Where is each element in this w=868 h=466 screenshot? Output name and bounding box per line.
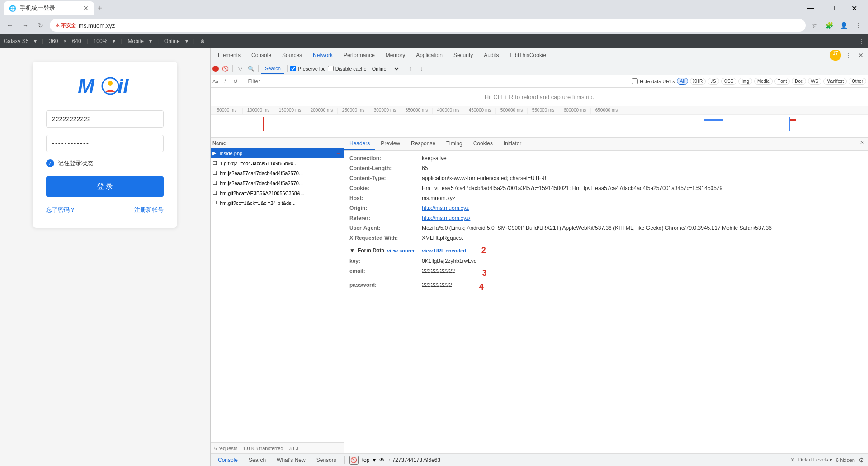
filter-input[interactable]	[246, 78, 630, 85]
tab-security[interactable]: Security	[448, 48, 478, 62]
filter-all-button[interactable]: All	[677, 78, 688, 85]
tab-elements[interactable]: Elements	[212, 48, 246, 62]
tab-performance[interactable]: Performance	[338, 48, 380, 62]
tab-memory[interactable]: Memory	[380, 48, 410, 62]
view-source-link[interactable]: view source	[387, 248, 415, 253]
console-bar: Console Search What's New Sensors 🚫 top …	[211, 453, 868, 466]
network-selector[interactable]: Online	[164, 38, 180, 44]
username-input[interactable]	[46, 110, 164, 128]
origin-link[interactable]: http://ms.muom.xyz	[422, 205, 469, 211]
tl-bar-2	[789, 119, 796, 121]
referer-link[interactable]: http://ms.muom.xyz/	[422, 215, 470, 221]
new-tab-button[interactable]: +	[96, 2, 104, 15]
filter-xhr-button[interactable]: XHR	[690, 78, 706, 85]
regex-icon[interactable]: .*	[220, 77, 229, 86]
console-eye-icon[interactable]: 👁	[379, 457, 385, 463]
request-row-hmgif-1[interactable]: ☐ hm.gif?hca=AE3B56A210056C368&...	[211, 188, 344, 198]
remember-checkbox[interactable]: ✓	[46, 159, 54, 167]
browser-tab[interactable]: 🌐 手机统一登录 ✕	[4, 1, 94, 15]
maximize-button[interactable]: □	[822, 0, 843, 16]
search-tab-button[interactable]: Search	[261, 64, 284, 74]
tab-audits[interactable]: Audits	[478, 48, 504, 62]
password-input[interactable]	[46, 135, 164, 152]
network-condition-select[interactable]: Online Offline Slow 3G Fast 3G	[368, 65, 400, 73]
request-row-hmjs-2[interactable]: ☐ hm.js?eaa57ca47dacb4ad4f5a2570...	[211, 178, 344, 188]
console-clear-button[interactable]: 🚫	[349, 456, 359, 465]
filter-doc-button[interactable]: Doc	[792, 78, 806, 85]
request-row-hmjs-1[interactable]: ☐ hm.js?eaa57ca47dacb4ad4f5a2570...	[211, 168, 344, 178]
minimize-button[interactable]: —	[800, 0, 821, 16]
disable-cache-checkbox[interactable]: Disable cache	[328, 66, 367, 71]
tab-preview[interactable]: Preview	[375, 138, 406, 150]
console-input-area[interactable]: › ✕	[388, 457, 794, 463]
device-selector[interactable]: Galaxy S5	[4, 38, 28, 44]
back-button[interactable]: ←	[4, 19, 16, 32]
devtools-close-icon[interactable]: ✕	[855, 50, 866, 61]
hide-data-urls-checkbox[interactable]: Hide data URLs	[632, 78, 675, 84]
console-input[interactable]	[390, 457, 790, 463]
tab-close-button[interactable]: ✕	[83, 5, 89, 12]
filter-js-button[interactable]: JS	[708, 78, 719, 85]
tab-cookies[interactable]: Cookies	[468, 138, 498, 150]
tab-bar: 🌐 手机统一登录 ✕ + — □ ✕	[0, 0, 868, 16]
filter-icon[interactable]: ▽	[236, 64, 245, 73]
filter-other-button[interactable]: Other	[849, 78, 866, 85]
forward-button[interactable]: →	[19, 19, 32, 32]
console-tab-console[interactable]: Console	[214, 454, 241, 466]
network-chevron-icon: ▾	[185, 38, 188, 44]
import-icon[interactable]: ↑	[406, 64, 415, 73]
console-settings-icon[interactable]: ⚙	[859, 456, 864, 464]
console-tab-search[interactable]: Search	[245, 454, 269, 466]
bookmarks-button[interactable]: ☆	[808, 19, 821, 32]
more-icon[interactable]: ⋮	[859, 38, 864, 44]
filter-media-button[interactable]: Media	[754, 78, 773, 85]
request-list: ▶ inside.php → ☐ 1.gif?q21=cd43acce511d9…	[211, 148, 344, 442]
devtools-settings-icon[interactable]: ⋮	[843, 50, 854, 61]
filter-img-button[interactable]: Img	[738, 78, 752, 85]
filter-ws-button[interactable]: WS	[808, 78, 821, 85]
zoom-selector[interactable]: 100%	[94, 38, 108, 44]
split-area: Name ▶ inside.php → ☐ 1.gif?q21=cd43acce…	[211, 138, 868, 453]
profile-button[interactable]: 👤	[837, 19, 850, 32]
clear-input-icon[interactable]: ✕	[790, 457, 795, 463]
sensors-icon: ⊕	[200, 38, 205, 44]
headers-close-button[interactable]: ✕	[856, 138, 868, 150]
login-button[interactable]: 登 录	[46, 176, 164, 197]
view-url-encoded-link[interactable]: view URL encoded	[422, 248, 466, 253]
tab-headers[interactable]: Headers	[344, 138, 375, 150]
filter-manifest-button[interactable]: Manifest	[823, 78, 847, 85]
tab-console[interactable]: Console	[246, 48, 277, 62]
preserve-log-checkbox[interactable]: Preserve log	[290, 66, 326, 71]
tab-editthiscookie[interactable]: EditThisCookie	[505, 48, 552, 62]
register-link[interactable]: 注册新帐号	[134, 206, 164, 214]
console-tab-sensors[interactable]: Sensors	[313, 454, 340, 466]
request-row-inside-php[interactable]: ▶ inside.php →	[211, 148, 344, 158]
name-column-header: Name	[212, 140, 226, 146]
tab-application[interactable]: Application	[410, 48, 448, 62]
tab-timing[interactable]: Timing	[441, 138, 468, 150]
tab-sources[interactable]: Sources	[277, 48, 307, 62]
search-icon[interactable]: 🔍	[246, 64, 255, 73]
filter-css-button[interactable]: CSS	[721, 78, 737, 85]
refresh-icon[interactable]: ↺	[231, 77, 240, 86]
clear-button[interactable]: 🚫	[221, 64, 230, 73]
request-row-hmgif-2[interactable]: ☐ hm.gif?cc=1&ck=1&cl=24-bit&ds...	[211, 198, 344, 208]
reload-button[interactable]: ↻	[34, 19, 47, 32]
tl-label-1: 50000 ms	[211, 108, 242, 114]
forgot-password-link[interactable]: 忘了密码？	[46, 206, 75, 214]
record-button[interactable]	[212, 66, 219, 72]
export-icon[interactable]: ↓	[417, 64, 426, 73]
tab-network[interactable]: Network	[307, 48, 338, 62]
menu-button[interactable]: ⋮	[852, 19, 864, 32]
request-row-1gif[interactable]: ☐ 1.gif?q21=cd43acce511d9f65b90...	[211, 158, 344, 168]
console-tab-whats-new[interactable]: What's New	[273, 454, 309, 466]
redirect-arrow-icon: →	[335, 150, 342, 157]
tab-initiator[interactable]: Initiator	[498, 138, 527, 150]
default-levels-label[interactable]: Default levels ▾	[798, 457, 832, 463]
url-bar[interactable]: ⚠ 不安全 ms.muom.xyz	[50, 19, 806, 32]
tab-response[interactable]: Response	[406, 138, 441, 150]
close-button[interactable]: ✕	[844, 0, 864, 16]
filter-font-button[interactable]: Font	[774, 78, 790, 85]
extension-button[interactable]: 🧩	[823, 19, 835, 32]
mode-selector[interactable]: Mobile	[128, 38, 144, 44]
